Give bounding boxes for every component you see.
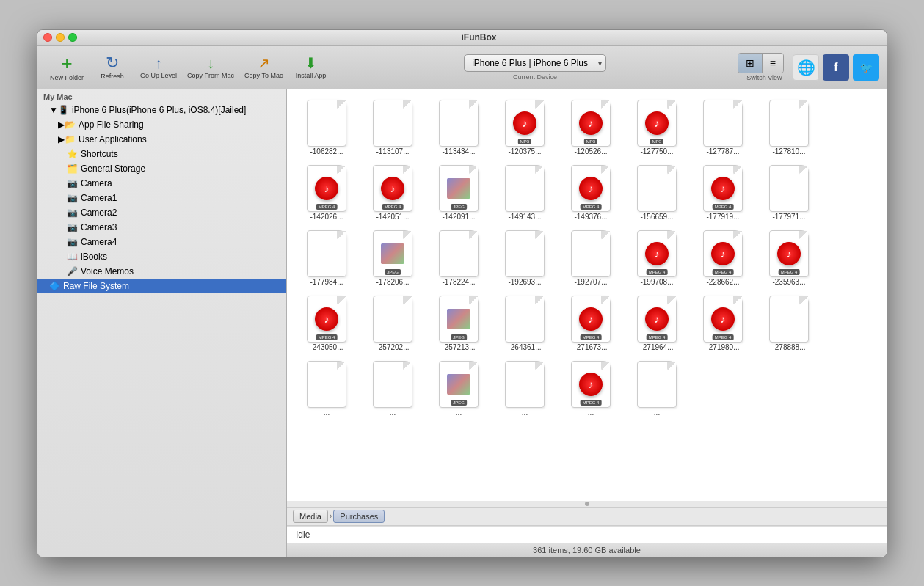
sidebar-item-camera[interactable]: 📷 Camera [37,176,286,191]
copy-from-mac-button[interactable]: ↓ Copy From Mac [183,53,239,82]
file-item[interactable]: -127810... [757,97,821,161]
file-name: -177919... [706,213,739,221]
file-item[interactable]: JPEG ... [426,358,491,422]
file-name: ... [522,409,528,417]
sidebar-item-ibooks[interactable]: 📖 iBooks [37,249,286,264]
file-name: ... [588,409,594,417]
file-item[interactable]: ... [625,358,689,422]
file-item[interactable]: ♪ MPEG 4 -177919... [691,162,755,226]
file-item[interactable]: ♪ MPEG 4 ... [559,358,623,422]
sidebar-item-voice-memos[interactable]: 🎤 Voice Memos [37,264,286,279]
file-item[interactable]: ♪ MPEG 4 -142051... [360,162,425,226]
twitter-button[interactable]: 🐦 [853,54,879,81]
file-item[interactable]: -192693... [492,227,557,291]
mp3-icon: ♪ [645,111,669,135]
ibooks-icon: 📖 [67,252,78,262]
sidebar-item-camera4[interactable]: 📷 Camera4 [37,235,286,249]
file-item[interactable]: -264361... [492,293,557,356]
file-item[interactable]: JPEG -142091... [426,162,491,226]
breadcrumb-purchases[interactable]: Purchases [333,510,385,523]
file-item[interactable]: -178224... [426,227,491,291]
file-item[interactable]: ♪ MPEG 4 -199708... [625,227,689,291]
file-item[interactable]: JPEG -257213... [426,293,491,356]
sidebar-item-raw-file-system[interactable]: 🔷 Raw File System [37,279,286,293]
file-item[interactable]: -106282... [294,97,359,161]
maximize-button[interactable] [68,33,77,42]
file-item[interactable]: ♪ MP3 -127750... [625,97,689,161]
file-item[interactable]: ♪ MPEG 4 -149376... [559,162,623,226]
sidebar-item-camera3[interactable]: 📷 Camera3 [37,220,286,235]
breadcrumb-media[interactable]: Media [293,510,328,523]
file-item[interactable]: ♪ MPEG 4 -235963... [757,227,821,291]
sidebar-raw-fs-label: Raw File System [63,281,129,291]
minimize-button[interactable] [56,33,65,42]
file-item[interactable]: -177971... [757,162,821,226]
go-up-button[interactable]: ↑ Go Up Level [136,53,181,82]
window-title: iFunBox [77,32,881,43]
new-folder-button[interactable]: + New Folder [45,51,89,84]
toolbar: + New Folder ↻ Refresh ↑ Go Up Level ↓ C… [37,46,887,89]
file-icon-container: ♪ MPEG 4 [701,232,745,276]
sidebar-item-camera2[interactable]: 📷 Camera2 [37,205,286,220]
sidebar-item-general-storage[interactable]: 🗂️ General Storage [37,161,286,176]
sidebar-item-iphone[interactable]: ▼ 📱 iPhone 6 Plus(iPhone 6 Plus, iOS8.4)… [37,103,286,117]
close-button[interactable] [43,33,52,42]
file-name: -257202... [376,343,409,352]
copy-to-mac-button[interactable]: ↗ Copy To Mac [240,53,287,82]
file-item[interactable]: ♪ MP3 -120375... [492,97,557,161]
file-grid: -106282... -113107... -113434... ♪ MP3 [287,89,887,501]
file-item[interactable]: -113434... [426,97,491,161]
file-item[interactable]: -156659... [625,162,689,226]
device-dropdown[interactable]: iPhone 6 Plus | iPhone 6 Plus [464,54,606,72]
camera3-icon: 📷 [67,222,78,232]
file-item[interactable]: -127787... [691,97,755,161]
file-item[interactable]: -278888... [757,293,821,356]
file-item[interactable]: ... [492,358,557,422]
file-name: -271673... [574,343,607,352]
sidebar-item-camera1[interactable]: 📷 Camera1 [37,191,286,205]
file-item[interactable]: -177984... [294,227,359,291]
file-item[interactable]: -113107... [360,97,425,161]
mpeg4-icon: ♪ [711,242,735,265]
file-item[interactable]: ... [360,358,425,422]
file-item[interactable]: ... [294,358,359,422]
refresh-button[interactable]: ↻ Refresh [90,52,134,83]
mpeg4-badge: MPEG 4 [581,334,602,340]
file-item[interactable]: -149143... [492,162,557,226]
expand-icon: ▼ [49,105,58,115]
file-name: -127787... [706,147,739,156]
file-item[interactable]: JPEG -178206... [360,227,425,291]
sidebar-item-shortcuts[interactable]: ⭐ Shortcuts [37,147,286,161]
file-item[interactable]: ♪ MPEG 4 -271964... [625,293,689,356]
file-item[interactable]: -257202... [360,293,425,356]
file-name: -120375... [508,147,541,156]
file-item[interactable]: ♪ MPEG 4 -243050... [294,293,359,356]
file-name: -156659... [640,213,673,221]
file-item[interactable]: ♪ MPEG 4 -271980... [691,293,755,356]
list-view-button[interactable]: ≡ [763,54,783,73]
file-item[interactable]: ♪ MPEG 4 -142026... [294,162,359,226]
content-area: -106282... -113107... -113434... ♪ MP3 [287,89,887,557]
file-icon-container [371,297,415,341]
app-file-sharing-icon: 📂 [65,120,76,130]
view-switcher: ⊞ ≡ [738,53,784,73]
app-window: iFunBox + New Folder ↻ Refresh ↑ Go Up L… [37,29,887,557]
file-item[interactable]: ♪ MP3 -120526... [559,97,623,161]
grid-view-button[interactable]: ⊞ [738,54,763,73]
sidebar-camera4-label: Camera4 [81,237,117,247]
file-item[interactable]: -192707... [559,227,623,291]
device-select-wrap[interactable]: iPhone 6 Plus | iPhone 6 Plus [464,54,606,72]
copy-to-mac-label: Copy To Mac [244,72,283,79]
file-name: -120526... [574,147,607,156]
file-item[interactable]: ♪ MPEG 4 -228662... [691,227,755,291]
file-name: -228662... [706,278,739,287]
languages-button[interactable]: 🌐 [793,54,819,81]
sidebar-camera-label: Camera [81,178,112,188]
file-icon-container: ♪ MPEG 4 [569,297,613,341]
current-device-label: Current Device [513,73,557,81]
install-app-button[interactable]: ⬇ Install App [288,53,332,82]
sidebar-item-app-file-sharing[interactable]: ▶ 📂 App File Sharing [37,117,286,132]
facebook-button[interactable]: f [823,54,849,81]
sidebar-item-user-applications[interactable]: ▶ 📁 User Applications [37,132,286,147]
file-item[interactable]: ♪ MPEG 4 -271673... [559,293,623,356]
